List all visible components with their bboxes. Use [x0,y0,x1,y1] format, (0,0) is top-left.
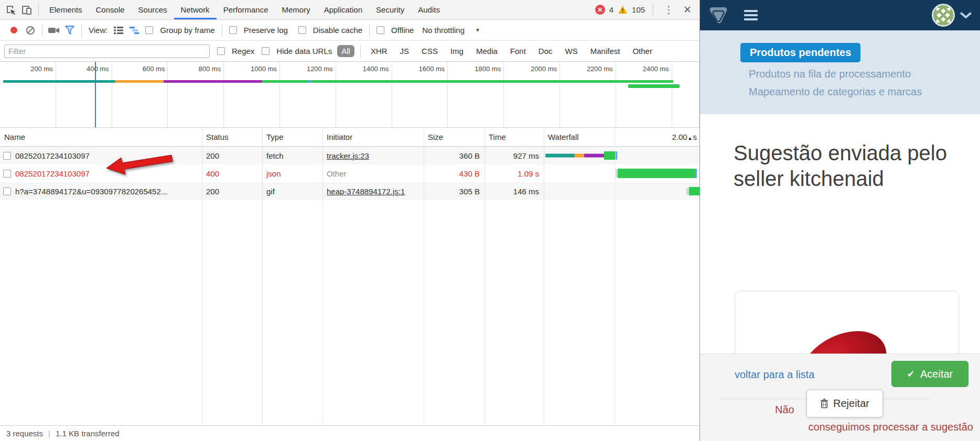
devtools-tab-sources[interactable]: Sources [132,0,174,19]
column-header-status[interactable]: Status [202,133,262,141]
request-waterfall[interactable] [544,147,700,164]
resource-type-filter-other[interactable]: Other [628,45,656,57]
preserve-log-label: Preserve log [244,26,288,35]
column-header-name[interactable]: Name [0,133,202,141]
request-status: 400 [202,169,262,178]
request-count: 3 requests [6,429,43,438]
resource-type-filters: AllXHRJSCSSImgMediaFontDocWSManifestOthe… [335,45,659,58]
overview-activity-bar [308,80,311,83]
network-overview-timeline[interactable]: 200 ms400 ms600 ms800 ms1000 ms1200 ms14… [0,62,699,128]
clear-icon[interactable] [23,24,38,37]
error-message-line1: Não [775,404,794,416]
view-waterfall-icon[interactable] [126,24,142,37]
network-toolbar: View: Group by frame Preserve log Disabl… [0,20,699,41]
capture-screenshots-icon[interactable] [46,24,62,37]
waterfall-segment-orange [575,154,584,158]
device-toolbar-icon[interactable] [19,3,35,17]
regex-checkbox[interactable] [217,47,225,55]
network-request-row[interactable]: h?a=3748894172&u=0930977820265452...200g… [0,182,699,200]
group-by-frame-checkbox[interactable] [145,26,153,34]
reject-button[interactable]: Rejeitar [806,390,883,417]
view-list-icon[interactable] [111,24,126,37]
row-checkbox[interactable] [3,188,11,195]
request-name[interactable]: 08252017234103097 [15,151,90,160]
devtools-tab-elements[interactable]: Elements [42,0,89,19]
devtools-tab-memory[interactable]: Memory [275,0,317,19]
filter-funnel-icon[interactable] [62,24,78,37]
resource-type-filter-media[interactable]: Media [472,45,502,57]
overview-activity-bar [262,80,673,83]
record-button[interactable] [10,27,17,34]
request-name[interactable]: 08252017234103097 [15,169,90,178]
offline-checkbox[interactable] [376,26,384,34]
divider [81,24,82,37]
inspect-element-icon[interactable] [3,3,19,17]
app-header [700,0,980,30]
column-header-size[interactable]: Size [424,133,484,141]
resource-type-filter-font[interactable]: Font [506,45,530,57]
warning-triangle-icon[interactable] [618,5,628,14]
divider [369,24,370,37]
throttling-dropdown-arrow-icon[interactable]: ▼ [475,27,480,33]
check-icon: ✔ [907,369,914,380]
chevron-down-icon[interactable] [960,12,972,19]
app-logo-icon[interactable] [708,5,733,25]
request-size: 430 B [424,169,484,178]
devtools-close-icon[interactable]: ✕ [681,4,694,16]
group-by-frame-label: Group by frame [160,26,214,35]
column-header-type[interactable]: Type [262,133,322,141]
throttling-select[interactable]: No throttling [422,26,465,35]
nav-item-produtos-na-fila-de-processamento[interactable]: Produtos na fila de processamento [749,68,980,80]
resource-type-filter-all[interactable]: All [337,45,354,57]
waterfall-segment-green [689,187,700,195]
hide-data-urls-checkbox[interactable] [262,47,270,55]
row-checkbox[interactable] [3,152,11,160]
filter-input[interactable] [4,45,210,58]
resource-type-filter-ws[interactable]: WS [561,45,582,57]
column-header-time[interactable]: Time [484,133,544,141]
nav-item-mapeamento-de-categorias-e-marcas[interactable]: Mapeamento de categorias e marcas [749,86,980,98]
resource-type-filter-manifest[interactable]: Manifest [586,45,624,57]
resource-type-filter-img[interactable]: Img [446,45,468,57]
column-header-waterfall[interactable]: Waterfall 2.00▲s [544,133,700,141]
devtools-tab-audits[interactable]: Audits [411,0,447,19]
devtools-panel: ElementsConsoleSourcesNetworkPerformance… [0,0,700,441]
devtools-tab-network[interactable]: Network [174,0,217,19]
divider [38,4,39,16]
column-header-initiator[interactable]: Initiator [322,133,424,141]
resource-type-filter-xhr[interactable]: XHR [367,45,392,57]
request-waterfall[interactable] [544,182,700,200]
resource-type-filter-js[interactable]: JS [396,45,414,57]
devtools-tab-console[interactable]: Console [89,0,132,19]
devtools-overflow-menu-icon[interactable]: ⋮ [661,4,676,16]
divider [360,45,361,58]
nav-item-produtos-pendentes[interactable]: Produtos pendentes [740,43,860,62]
divider [653,4,653,16]
regex-label: Regex [232,47,254,56]
devtools-tab-performance[interactable]: Performance [217,0,275,19]
accept-button[interactable]: ✔ Aceitar [891,361,968,387]
devtools-tab-application[interactable]: Application [317,0,369,19]
overview-activity-bar [3,80,115,83]
resource-type-filter-doc[interactable]: Doc [534,45,557,57]
offline-label: Offline [391,26,414,35]
preserve-log-checkbox[interactable] [229,26,237,34]
request-initiator[interactable]: tracker.js:23 [322,151,424,160]
disable-cache-label: Disable cache [313,26,362,35]
row-checkbox[interactable] [3,170,11,178]
waterfall-segment-blue [695,169,697,178]
disable-cache-checkbox[interactable] [298,26,306,34]
warning-count[interactable]: 105 [632,5,645,14]
devtools-tab-security[interactable]: Security [369,0,411,19]
avatar[interactable] [932,4,955,27]
view-label: View: [89,26,107,35]
resource-type-filter-css[interactable]: CSS [417,45,442,57]
request-initiator[interactable]: heap-3748894172.js:1 [322,187,424,196]
request-name[interactable]: h?a=3748894172&u=0930977820265452... [15,187,167,196]
app-nav: Produtos pendentesProdutos na fila de pr… [700,30,980,114]
request-waterfall[interactable] [544,164,700,182]
menu-hamburger-icon[interactable] [744,10,758,20]
error-count[interactable]: 4 [609,5,613,14]
back-to-list-link[interactable]: voltar para a lista [735,369,814,381]
error-badge-icon[interactable]: ✕ [595,5,605,15]
